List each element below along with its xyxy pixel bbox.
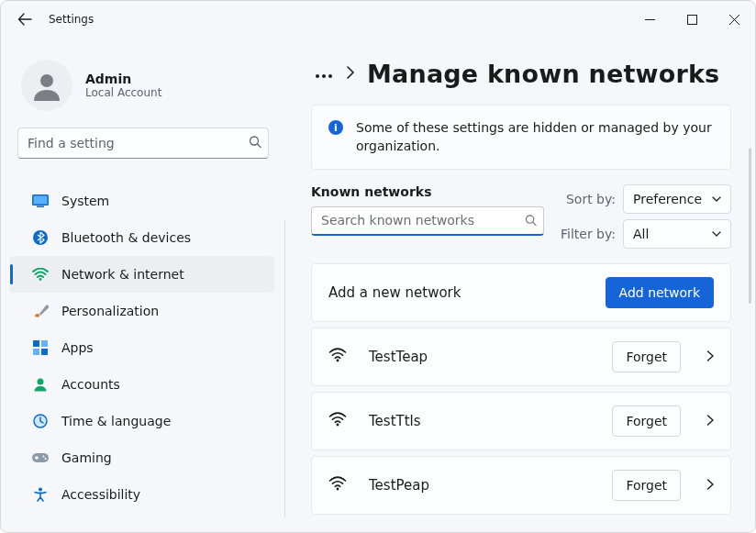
minimize-button[interactable] — [628, 5, 671, 34]
gamepad-icon — [32, 450, 49, 466]
sort-by-dropdown[interactable]: Preference — [623, 184, 731, 214]
account-subtitle: Local Account — [85, 86, 161, 99]
filter-by-dropdown[interactable]: All — [623, 219, 731, 249]
person-icon — [32, 376, 49, 393]
svg-rect-14 — [32, 453, 49, 462]
sidebar-search-input[interactable] — [17, 128, 269, 159]
add-network-row: Add a new network Add network — [311, 263, 731, 322]
wifi-icon — [328, 348, 349, 366]
clock-icon — [32, 413, 49, 429]
filter-by-label: Filter by: — [561, 227, 616, 241]
sidebar-item-bluetooth[interactable]: Bluetooth & devices — [10, 219, 274, 256]
wifi-icon — [328, 476, 349, 494]
forget-button[interactable]: Forget — [612, 405, 681, 437]
svg-point-23 — [337, 423, 339, 426]
svg-point-19 — [322, 74, 326, 78]
network-name: TestTtls — [369, 413, 592, 429]
svg-point-20 — [328, 74, 332, 78]
search-icon — [525, 212, 537, 229]
network-row[interactable]: TestPeapForget — [311, 456, 731, 515]
sidebar-item-system[interactable]: System — [10, 183, 274, 219]
minimize-icon — [645, 15, 655, 25]
sidebar-item-label: Accounts — [61, 377, 120, 392]
svg-rect-10 — [33, 349, 39, 355]
person-icon — [30, 69, 63, 102]
close-button[interactable] — [713, 5, 755, 34]
chevron-right-icon — [706, 412, 714, 429]
svg-point-16 — [45, 458, 47, 460]
back-button[interactable] — [6, 1, 43, 38]
forget-button[interactable]: Forget — [612, 341, 681, 372]
svg-rect-8 — [33, 340, 39, 347]
chevron-right-icon — [706, 348, 714, 365]
info-banner-text: Some of these settings are hidden or man… — [356, 118, 714, 156]
svg-point-22 — [337, 359, 339, 361]
sort-by-value: Preference — [633, 192, 702, 206]
sidebar-item-label: Apps — [61, 340, 94, 355]
sidebar-item-label: Accessibility — [61, 487, 140, 502]
svg-rect-5 — [37, 206, 44, 208]
svg-rect-11 — [41, 349, 48, 355]
arrow-left-icon — [17, 12, 32, 27]
main-content: Manage known networks i Some of these se… — [285, 38, 755, 532]
bluetooth-icon — [32, 229, 49, 246]
sidebar-item-label: Personalization — [61, 304, 159, 318]
known-networks-search[interactable] — [311, 206, 544, 236]
window-controls — [628, 5, 755, 34]
networks-list: Add a new network Add network TestTeapFo… — [311, 263, 731, 515]
filter-by-value: All — [633, 227, 649, 241]
scrollbar[interactable] — [749, 148, 751, 304]
accessibility-icon — [32, 486, 49, 503]
sidebar-search[interactable] — [17, 128, 269, 159]
account-block[interactable]: Admin Local Account — [1, 47, 285, 128]
svg-rect-0 — [687, 15, 696, 24]
sidebar-item-wifi[interactable]: Network & internet — [10, 256, 274, 293]
svg-point-7 — [39, 278, 42, 281]
svg-rect-4 — [34, 196, 48, 205]
sidebar-item-person[interactable]: Accounts — [10, 366, 274, 403]
forget-button[interactable]: Forget — [612, 470, 681, 501]
svg-rect-9 — [41, 340, 48, 347]
ellipsis-icon — [315, 73, 333, 79]
sidebar-item-clock[interactable]: Time & language — [10, 403, 274, 439]
svg-point-17 — [39, 488, 42, 492]
add-network-button[interactable]: Add network — [606, 277, 714, 308]
svg-point-12 — [38, 379, 44, 385]
wifi-icon — [32, 266, 49, 283]
titlebar: Settings — [1, 1, 755, 38]
network-name: TestPeap — [369, 477, 592, 494]
chevron-right-icon — [706, 476, 714, 494]
sidebar-item-accessibility[interactable]: Accessibility — [10, 476, 274, 513]
breadcrumb: Manage known networks — [311, 56, 742, 105]
svg-point-1 — [40, 74, 53, 87]
sidebar-item-label: Time & language — [61, 414, 171, 428]
sidebar-item-brush[interactable]: Personalization — [10, 293, 274, 329]
sidebar-item-apps[interactable]: Apps — [10, 329, 274, 366]
info-icon: i — [328, 120, 343, 135]
add-network-label: Add a new network — [328, 284, 585, 301]
sidebar-item-label: Network & internet — [61, 267, 184, 282]
sidebar-item-label: System — [61, 194, 109, 208]
breadcrumb-more-button[interactable] — [315, 65, 333, 83]
sidebar-item-gamepad[interactable]: Gaming — [10, 439, 274, 476]
network-name: TestTeap — [369, 349, 592, 365]
svg-point-15 — [43, 456, 45, 458]
chevron-down-icon — [712, 231, 721, 237]
system-icon — [32, 193, 49, 209]
network-row[interactable]: TestTtlsForget — [311, 392, 731, 450]
network-row[interactable]: TestTeapForget — [311, 328, 731, 386]
brush-icon — [32, 303, 49, 319]
maximize-icon — [687, 15, 697, 25]
wifi-icon — [328, 412, 349, 430]
settings-window: Settings Admin Local Account — [0, 0, 756, 533]
maximize-button[interactable] — [671, 5, 713, 34]
sidebar-nav: SystemBluetooth & devicesNetwork & inter… — [1, 183, 285, 513]
account-name: Admin — [85, 72, 161, 86]
known-networks-search-input[interactable] — [311, 206, 544, 236]
sidebar-item-label: Gaming — [61, 450, 112, 465]
page-title: Manage known networks — [367, 60, 719, 88]
chevron-down-icon — [712, 196, 721, 202]
sidebar: Admin Local Account SystemBluetooth & de… — [1, 38, 285, 532]
svg-point-24 — [337, 487, 339, 490]
apps-icon — [32, 339, 49, 356]
